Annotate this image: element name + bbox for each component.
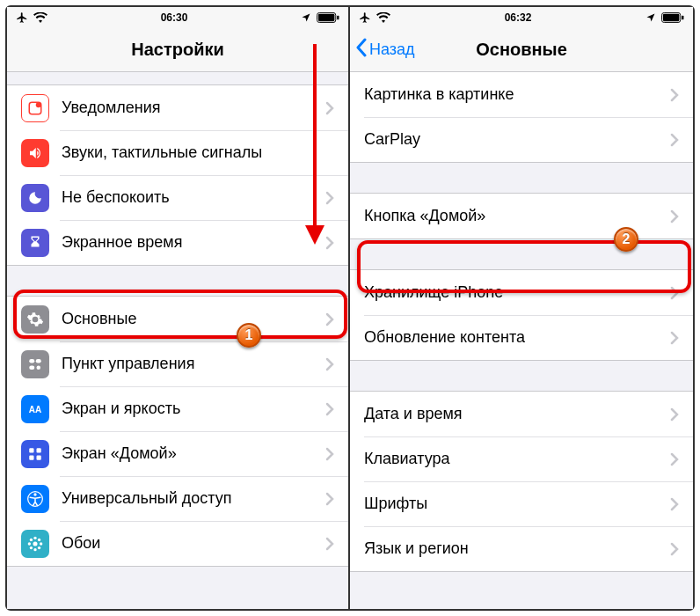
svg-rect-12: [29, 455, 33, 459]
chevron-right-icon: [325, 101, 334, 115]
svg-rect-6: [36, 359, 41, 363]
row-label: Шрифты: [364, 495, 670, 513]
chevron-right-icon: [325, 447, 334, 461]
row-date-time[interactable]: Дата и время: [350, 392, 693, 436]
back-label: Назад: [369, 40, 415, 59]
row-label: Картинка в картинке: [364, 85, 670, 104]
screentime-icon: [21, 229, 49, 257]
chevron-right-icon: [325, 312, 334, 326]
row-background-refresh[interactable]: Обновление контента: [350, 315, 693, 360]
svg-point-16: [33, 541, 38, 546]
svg-rect-7: [29, 365, 34, 370]
wallpaper-icon: [21, 530, 49, 558]
row-general[interactable]: Основные: [7, 297, 348, 341]
chevron-right-icon: [325, 492, 334, 506]
row-label: Хранилище iPhone: [364, 283, 670, 302]
row-accessibility[interactable]: Универсальный доступ: [7, 476, 348, 521]
svg-point-19: [28, 542, 31, 545]
svg-text:AA: AA: [29, 405, 41, 414]
row-screentime[interactable]: Экранное время: [7, 220, 348, 265]
row-label: Обновление контента: [364, 328, 670, 347]
row-label: Не беспокоить: [62, 188, 325, 207]
home-screen-icon: [21, 440, 49, 468]
svg-point-22: [38, 538, 40, 540]
row-label: Пункт управления: [62, 355, 325, 373]
wifi-icon: [376, 12, 390, 23]
row-label: Экран «Домой»: [62, 444, 325, 463]
row-label: Экранное время: [62, 233, 325, 252]
svg-point-8: [37, 365, 41, 370]
row-fonts[interactable]: Шрифты: [350, 481, 693, 526]
svg-rect-5: [29, 359, 34, 363]
row-label: Обои: [62, 534, 325, 553]
svg-point-23: [30, 546, 33, 548]
status-bar: 06:32: [350, 7, 693, 28]
back-button[interactable]: Назад: [350, 38, 415, 62]
airplane-icon: [16, 11, 28, 24]
nav-bar: Настройки: [7, 28, 348, 72]
notifications-icon: [21, 94, 49, 122]
row-label: Звуки, тактильные сигналы: [62, 143, 334, 162]
status-time: 06:32: [505, 11, 532, 24]
phone-left: 06:30 Настройки Уведомления: [7, 7, 350, 609]
chevron-right-icon: [325, 537, 334, 551]
svg-point-20: [40, 542, 42, 545]
row-wallpaper[interactable]: Обои: [7, 521, 348, 566]
row-label: Универсальный доступ: [62, 489, 325, 508]
chevron-right-icon: [325, 236, 334, 250]
status-bar: 06:30: [7, 7, 348, 28]
svg-rect-27: [682, 16, 683, 20]
chevron-right-icon: [670, 542, 679, 556]
svg-point-24: [38, 546, 40, 548]
svg-point-21: [30, 538, 33, 540]
general-icon: [21, 305, 49, 334]
row-carplay[interactable]: CarPlay: [350, 117, 693, 162]
svg-point-18: [33, 548, 36, 551]
chevron-left-icon: [355, 38, 368, 62]
battery-icon: [661, 12, 684, 23]
chevron-right-icon: [670, 497, 679, 511]
chevron-right-icon: [325, 191, 334, 205]
location-icon: [301, 12, 311, 23]
chevron-right-icon: [670, 133, 679, 147]
row-label: Язык и регион: [364, 539, 670, 558]
sounds-icon: [21, 139, 49, 167]
svg-rect-13: [37, 455, 41, 459]
battery-icon: [317, 12, 339, 23]
row-control-center[interactable]: Пункт управления: [7, 341, 348, 386]
row-label: Кнопка «Домой»: [364, 207, 670, 225]
svg-point-4: [36, 102, 41, 107]
chevron-right-icon: [670, 452, 679, 466]
dnd-icon: [21, 184, 49, 212]
row-dnd[interactable]: Не беспокоить: [7, 175, 348, 220]
control-center-icon: [21, 350, 49, 378]
svg-point-17: [33, 536, 36, 539]
row-label: CarPlay: [364, 130, 670, 149]
chevron-right-icon: [670, 286, 679, 300]
nav-bar: Назад Основные: [350, 28, 693, 72]
row-label: Уведомления: [62, 99, 325, 117]
wifi-icon: [33, 12, 47, 23]
row-language-region[interactable]: Язык и регион: [350, 526, 693, 571]
chevron-right-icon: [670, 331, 679, 345]
row-home-button[interactable]: Кнопка «Домой»: [350, 194, 693, 238]
chevron-right-icon: [670, 88, 679, 102]
airplane-icon: [359, 11, 371, 24]
svg-rect-10: [29, 448, 33, 452]
svg-point-15: [33, 493, 36, 495]
chevron-right-icon: [325, 402, 334, 416]
row-notifications[interactable]: Уведомления: [7, 85, 348, 130]
row-keyboard[interactable]: Клавиатура: [350, 436, 693, 481]
svg-rect-11: [37, 448, 41, 452]
row-label: Экран и яркость: [62, 400, 325, 418]
location-icon: [645, 12, 656, 23]
status-time: 06:30: [161, 11, 188, 24]
phone-right: 06:32 Назад Основные Карт: [350, 7, 693, 609]
row-pip[interactable]: Картинка в картинке: [350, 72, 693, 117]
row-display[interactable]: AA Экран и яркость: [7, 386, 348, 431]
row-sounds[interactable]: Звуки, тактильные сигналы: [7, 130, 348, 175]
row-iphone-storage[interactable]: Хранилище iPhone: [350, 270, 693, 315]
chevron-right-icon: [325, 357, 334, 371]
row-home-screen[interactable]: Экран «Домой»: [7, 431, 348, 476]
svg-rect-26: [663, 14, 679, 21]
